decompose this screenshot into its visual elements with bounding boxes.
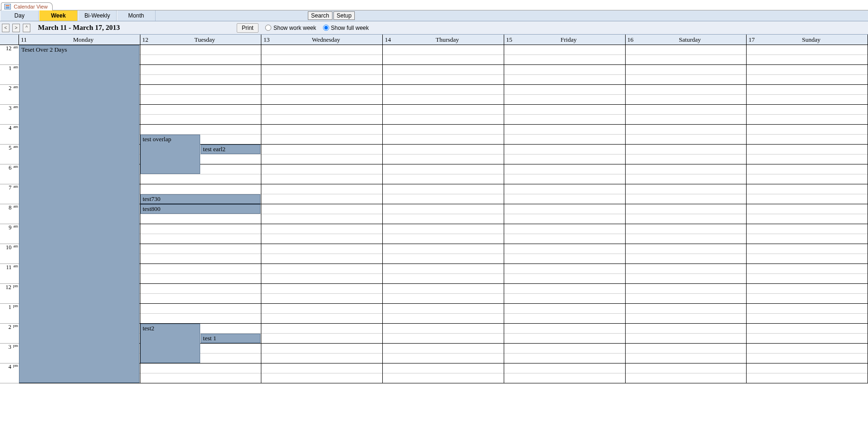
time-slot[interactable]	[261, 234, 382, 244]
time-slot[interactable]	[261, 344, 382, 354]
time-slot[interactable]	[140, 363, 261, 373]
time-slot[interactable]	[261, 324, 382, 334]
time-slot[interactable]	[261, 284, 382, 294]
time-slot[interactable]	[383, 334, 504, 344]
time-slot[interactable]	[504, 334, 625, 344]
time-slot[interactable]	[626, 95, 747, 105]
time-slot[interactable]	[626, 204, 747, 214]
time-slot[interactable]	[140, 55, 261, 65]
time-slot[interactable]	[383, 115, 504, 125]
time-slot[interactable]	[747, 234, 868, 244]
time-slot[interactable]	[261, 204, 382, 214]
time-slot[interactable]	[261, 254, 382, 264]
time-slot[interactable]	[504, 65, 625, 75]
time-slot[interactable]	[140, 184, 261, 194]
time-slot[interactable]	[504, 204, 625, 214]
time-slot[interactable]	[140, 115, 261, 125]
time-slot[interactable]	[626, 135, 747, 145]
time-slot[interactable]	[383, 234, 504, 244]
time-slot[interactable]	[261, 334, 382, 344]
time-slot[interactable]	[383, 65, 504, 75]
time-slot[interactable]	[626, 363, 747, 373]
time-slot[interactable]	[261, 85, 382, 95]
time-slot[interactable]	[747, 65, 868, 75]
time-slot[interactable]	[747, 204, 868, 214]
time-slot[interactable]	[140, 174, 261, 184]
print-button[interactable]: Print	[237, 23, 259, 33]
calendar-event[interactable]: test overlap	[140, 135, 200, 174]
time-slot[interactable]	[504, 115, 625, 125]
time-slot[interactable]	[747, 264, 868, 274]
time-slot[interactable]	[383, 95, 504, 105]
time-slot[interactable]	[383, 284, 504, 294]
time-slot[interactable]	[261, 354, 382, 363]
time-slot[interactable]	[626, 214, 747, 224]
time-slot[interactable]	[626, 344, 747, 354]
time-slot[interactable]	[140, 214, 261, 224]
time-slot[interactable]	[504, 244, 625, 254]
time-slot[interactable]	[261, 55, 382, 65]
day-column-tuesday[interactable]: test overlaptest earl2test730test800test…	[140, 45, 262, 383]
time-slot[interactable]	[747, 373, 868, 383]
time-slot[interactable]	[140, 264, 261, 274]
time-slot[interactable]	[383, 194, 504, 204]
time-slot[interactable]	[626, 184, 747, 194]
time-slot[interactable]	[747, 244, 868, 254]
time-slot[interactable]	[261, 75, 382, 85]
time-slot[interactable]	[504, 274, 625, 284]
time-slot[interactable]	[747, 164, 868, 174]
time-slot[interactable]	[747, 254, 868, 264]
time-slot[interactable]	[747, 135, 868, 145]
time-slot[interactable]	[504, 324, 625, 334]
time-slot[interactable]	[383, 204, 504, 214]
day-column-friday[interactable]	[504, 45, 626, 383]
time-slot[interactable]	[747, 304, 868, 314]
time-slot[interactable]	[504, 174, 625, 184]
time-slot[interactable]	[261, 145, 382, 154]
radio-work-week[interactable]: Show work week	[265, 25, 316, 31]
time-slot[interactable]	[504, 314, 625, 324]
today-button[interactable]: ^	[23, 24, 30, 32]
time-slot[interactable]	[626, 85, 747, 95]
day-column-saturday[interactable]	[626, 45, 747, 383]
time-slot[interactable]	[383, 254, 504, 264]
time-slot[interactable]	[626, 75, 747, 85]
time-slot[interactable]	[261, 154, 382, 164]
time-slot[interactable]	[261, 135, 382, 145]
time-slot[interactable]	[140, 125, 261, 135]
time-slot[interactable]	[626, 224, 747, 234]
time-slot[interactable]	[504, 145, 625, 154]
time-slot[interactable]	[504, 45, 625, 55]
time-slot[interactable]	[747, 274, 868, 284]
day-header-tuesday[interactable]: 12Tuesday	[140, 35, 262, 45]
time-slot[interactable]	[504, 125, 625, 135]
time-slot[interactable]	[383, 363, 504, 373]
time-slot[interactable]	[383, 55, 504, 65]
time-slot[interactable]	[383, 244, 504, 254]
time-slot[interactable]	[626, 154, 747, 164]
time-slot[interactable]	[140, 85, 261, 95]
time-slot[interactable]	[261, 125, 382, 135]
prev-button[interactable]: <	[2, 24, 9, 32]
time-slot[interactable]	[747, 354, 868, 363]
time-slot[interactable]	[383, 45, 504, 55]
time-slot[interactable]	[383, 85, 504, 95]
time-slot[interactable]	[140, 284, 261, 294]
next-button[interactable]: >	[12, 24, 20, 32]
time-slot[interactable]	[383, 354, 504, 363]
time-slot[interactable]	[504, 264, 625, 274]
time-slot[interactable]	[747, 115, 868, 125]
time-slot[interactable]	[747, 154, 868, 164]
time-slot[interactable]	[504, 344, 625, 354]
time-slot[interactable]	[383, 184, 504, 194]
time-slot[interactable]	[747, 184, 868, 194]
time-slot[interactable]	[626, 373, 747, 383]
time-slot[interactable]	[140, 294, 261, 304]
time-slot[interactable]	[140, 45, 261, 55]
time-slot[interactable]	[504, 254, 625, 264]
time-slot[interactable]	[504, 224, 625, 234]
time-slot[interactable]	[261, 264, 382, 274]
time-slot[interactable]	[747, 174, 868, 184]
time-slot[interactable]	[747, 363, 868, 373]
time-slot[interactable]	[261, 363, 382, 373]
